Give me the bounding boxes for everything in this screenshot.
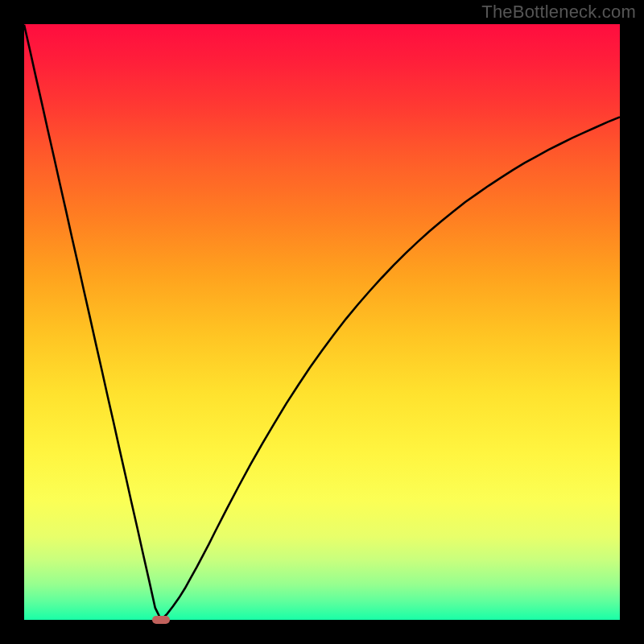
chart-frame: TheBottleneck.com <box>0 0 644 644</box>
chart-svg <box>24 24 620 620</box>
current-point-marker <box>152 616 170 624</box>
plot-area <box>24 24 620 620</box>
gradient-background <box>24 24 620 620</box>
watermark-label: TheBottleneck.com <box>481 2 636 23</box>
